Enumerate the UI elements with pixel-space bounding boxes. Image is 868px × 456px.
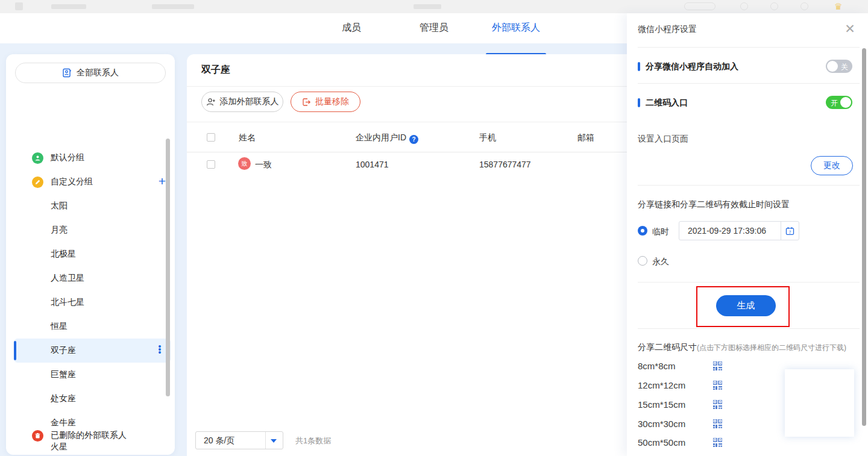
qr-download-icon[interactable] (713, 438, 722, 447)
qr-size-option: 15cm*15cm (638, 399, 685, 410)
cell-userid: 1001471 (356, 160, 389, 169)
ghost-menu-icon (15, 2, 23, 10)
tab-members[interactable]: 成员 (326, 13, 377, 43)
sidebar-item-custom-group[interactable]: 自定义分组 (6, 170, 175, 194)
change-button[interactable]: 更改 (811, 156, 853, 175)
sidebar-item-group[interactable]: 处女座 (6, 387, 175, 411)
close-icon[interactable]: ✕ (841, 20, 858, 37)
qr-download-icon[interactable] (713, 381, 722, 390)
sidebar-item-label: 默认分组 (51, 152, 84, 163)
toggle-knob (840, 97, 851, 108)
sidebar-item-label: 北斗七星 (51, 297, 84, 308)
all-contacts-button[interactable]: 全部联系人 (15, 63, 166, 83)
sidebar-item-group[interactable]: 太阳 (6, 194, 175, 218)
all-contacts-label: 全部联系人 (77, 67, 119, 78)
section-marker (638, 98, 640, 107)
expiry-settings-label: 分享链接和分享二维码有效截止时间设置 (638, 199, 790, 210)
sidebar-item-group-selected[interactable]: 双子座 (6, 339, 175, 363)
sidebar-scrollbar[interactable] (166, 139, 170, 396)
divider (638, 282, 860, 283)
row-checkbox[interactable] (207, 160, 215, 169)
page-title: 双子座 (201, 64, 230, 77)
ghost-icon (770, 2, 778, 10)
qr-size-option: 8cm*8cm (638, 361, 676, 371)
batch-remove-label: 批量移除 (315, 96, 349, 107)
drawer-scrollbar[interactable] (862, 48, 866, 426)
drawer-title: 微信小程序设置 (638, 24, 697, 35)
sidebar-item-group[interactable]: 月亮 (6, 218, 175, 242)
radio-permanent-label: 永久 (652, 257, 669, 267)
radio-temporary-label: 临时 (652, 226, 669, 237)
auto-join-toggle[interactable]: 关 (826, 60, 852, 73)
calendar-icon: 7 (785, 226, 794, 236)
sidebar-item-label: 自定义分组 (51, 176, 93, 187)
expiry-date-input[interactable]: 2021-09-29 17:39:06 7 (679, 221, 799, 240)
chevron-down-icon (271, 439, 277, 443)
qr-size-hint: (点击下方图标选择相应的二维码尺寸进行下载) (697, 343, 846, 352)
divider (638, 47, 860, 48)
entry-page-label: 设置入口页面 (638, 134, 688, 145)
column-header-userid: 企业内用户ID? (356, 133, 418, 144)
person-icon (32, 152, 43, 164)
ghost-pill (684, 2, 715, 10)
svg-text:7: 7 (789, 230, 791, 234)
qr-download-icon[interactable] (713, 400, 722, 409)
sidebar-item-default-group[interactable]: 默认分组 (6, 146, 175, 170)
tab-admins[interactable]: 管理员 (411, 13, 457, 43)
select-all-checkbox[interactable] (207, 133, 215, 142)
page-size-value: 20 条/页 (204, 436, 234, 446)
toggle-knob (827, 61, 838, 72)
ghost-icon (800, 2, 808, 10)
remove-export-icon (302, 98, 311, 107)
tab-external-contacts[interactable]: 外部联系人 (486, 13, 546, 43)
qr-download-icon[interactable] (713, 361, 722, 370)
ghost-icon (740, 2, 748, 10)
qr-entry-toggle[interactable]: 开 (826, 96, 852, 109)
qr-size-option: 50cm*50cm (638, 437, 685, 448)
sidebar-item-group[interactable]: 巨蟹座 (6, 363, 175, 387)
qr-size-option: 30cm*30cm (638, 419, 685, 429)
kebab-menu-icon[interactable]: ••• (156, 345, 164, 357)
miniprogram-settings-drawer: 微信小程序设置 ✕ 分享微信小程序自动加入 关 二维码入口 开 设置入口页面 更… (627, 13, 868, 456)
sidebar-item-deleted[interactable]: 已删除的外部联系人 (6, 423, 175, 448)
calendar-button[interactable]: 7 (781, 222, 799, 240)
radio-temporary[interactable] (638, 226, 647, 236)
divider (638, 83, 860, 84)
select-separator (265, 432, 266, 449)
ghost-text (152, 4, 194, 9)
help-icon[interactable]: ? (409, 135, 418, 144)
expiry-date-value: 2021-09-29 17:39:06 (688, 226, 766, 236)
page-size-select[interactable]: 20 条/页 (195, 431, 283, 449)
generate-button[interactable]: 生成 (716, 295, 776, 316)
contacts-sidebar: 全部联系人 默认分组 自定义分组 + 太阳 月亮 北极星 人造卫星 北斗七星 恒… (6, 54, 175, 455)
sidebar-item-group[interactable]: 北斗七星 (6, 290, 175, 314)
batch-remove-button[interactable]: 批量移除 (291, 92, 360, 112)
sidebar-item-label: 月亮 (51, 225, 68, 236)
column-header-phone: 手机 (479, 133, 496, 143)
radio-permanent[interactable] (638, 256, 647, 266)
add-external-contact-label: 添加外部联系人 (220, 96, 279, 107)
pencil-icon (32, 176, 43, 188)
contact-book-icon (62, 68, 72, 78)
ghost-topbar: ♛ (0, 0, 868, 13)
sidebar-item-label: 双子座 (51, 345, 76, 356)
sidebar-item-group[interactable]: 人造卫星 (6, 266, 175, 290)
qr-size-option: 12cm*12cm (638, 380, 685, 390)
ghost-crown-icon: ♛ (834, 1, 842, 12)
column-header-name: 姓名 (239, 133, 256, 143)
qr-download-icon[interactable] (713, 419, 722, 428)
sidebar-item-group[interactable]: 恒星 (6, 314, 175, 339)
toggle-state-label: 关 (841, 62, 848, 72)
sidebar-item-label: 太阳 (51, 201, 68, 211)
qr-preview-placeholder (785, 369, 854, 437)
avatar: 致 (238, 157, 251, 170)
toggle-state-label: 开 (831, 98, 838, 108)
qr-entry-label: 二维码入口 (646, 98, 688, 108)
sidebar-item-group[interactable]: 北极星 (6, 242, 175, 266)
qr-size-section-label: 分享二维码尺寸(点击下方图标选择相应的二维码尺寸进行下载) (638, 342, 846, 353)
trash-icon (32, 430, 43, 442)
sidebar-item-label: 已删除的外部联系人 (51, 430, 127, 441)
cell-phone: 15877677477 (479, 160, 531, 169)
add-external-contact-button[interactable]: 添加外部联系人 (201, 92, 283, 112)
section-marker (638, 62, 640, 71)
